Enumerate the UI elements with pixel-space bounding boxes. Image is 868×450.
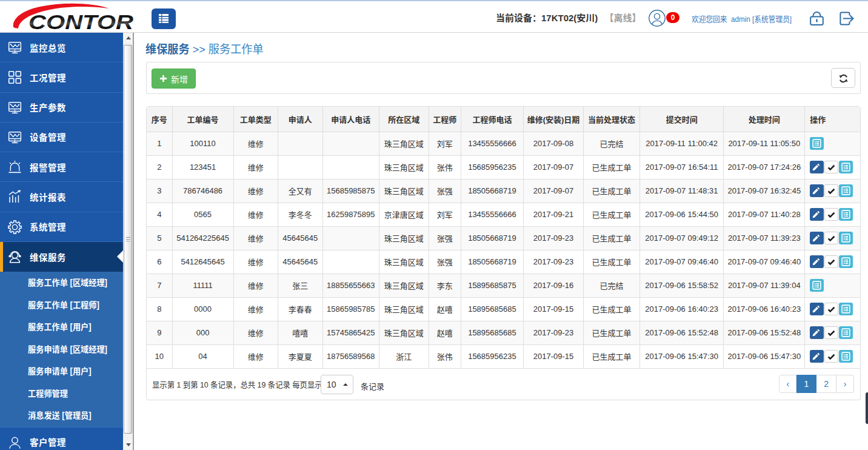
svg-text:CONTOR: CONTOR: [28, 10, 134, 33]
